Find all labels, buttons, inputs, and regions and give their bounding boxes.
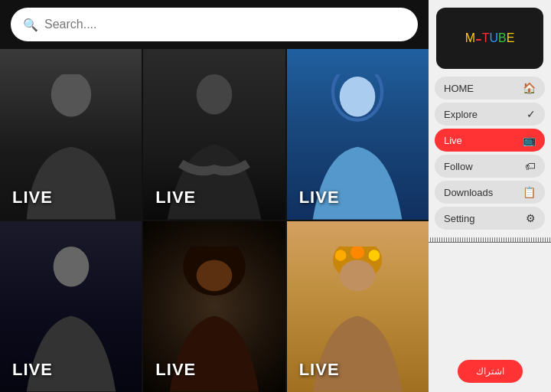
svg-point-10 <box>369 250 380 262</box>
logo-b: B <box>498 31 507 45</box>
nav-item-follow[interactable]: Follow 🏷 <box>435 155 545 178</box>
nav-live-label: Live <box>444 135 462 146</box>
live-badge-3: LIVE <box>299 188 340 207</box>
search-bar[interactable]: 🔍 <box>11 8 418 41</box>
nav-item-explore[interactable]: Explore ✓ <box>435 103 545 126</box>
live-badge-2: LIVE <box>155 188 196 207</box>
svg-point-1 <box>197 74 233 114</box>
nav-item-downloads[interactable]: Downloads 📋 <box>435 181 545 204</box>
logo-e: E <box>507 31 515 45</box>
logo-area: M - T U B E <box>436 8 543 69</box>
svg-point-0 <box>51 74 90 116</box>
nav-item-setting[interactable]: Setting ⚙ <box>435 207 545 230</box>
video-cell-4[interactable]: LIVE <box>0 221 142 392</box>
svg-point-11 <box>340 260 376 292</box>
live-badge-6: LIVE <box>299 360 340 380</box>
svg-point-8 <box>335 250 347 262</box>
nav-follow-label: Follow <box>444 161 473 172</box>
sidebar: M - T U B E HOME 🏠 Explore ✓ Live 📺 Foll… <box>429 0 551 392</box>
live-badge-4: LIVE <box>12 360 53 380</box>
explore-icon: ✓ <box>527 108 536 120</box>
video-cell-5[interactable]: LIVE <box>143 221 285 392</box>
svg-point-2 <box>340 77 376 116</box>
svg-point-6 <box>197 260 233 292</box>
svg-point-4 <box>53 247 89 286</box>
live-badge-1: LIVE <box>12 188 53 207</box>
nav-explore-label: Explore <box>444 109 478 120</box>
video-cell-6[interactable]: LIVE <box>287 221 429 392</box>
logo-dash: - <box>475 27 482 51</box>
video-cell-1[interactable]: LIVE <box>0 49 142 220</box>
search-icon: 🔍 <box>23 18 38 32</box>
follow-icon: 🏷 <box>525 160 536 172</box>
nav-menu: HOME 🏠 Explore ✓ Live 📺 Follow 🏷 Downloa… <box>429 77 551 230</box>
nav-setting-label: Setting <box>444 213 474 224</box>
live-badge-5: LIVE <box>155 360 196 380</box>
video-grid: LIVE LIVE LIVE <box>0 49 429 392</box>
live-icon: 📺 <box>523 134 536 146</box>
logo-u: U <box>489 31 498 45</box>
search-input[interactable] <box>44 18 406 31</box>
subscribe-button[interactable]: اشتراك <box>458 360 523 383</box>
home-icon: 🏠 <box>523 82 536 94</box>
downloads-icon: 📋 <box>523 186 536 198</box>
main-content: 🔍 LIVE LIVE <box>0 0 429 392</box>
video-cell-2[interactable]: LIVE <box>143 49 285 220</box>
setting-icon: ⚙ <box>526 212 536 224</box>
logo-t: T <box>482 31 490 45</box>
nav-item-live[interactable]: Live 📺 <box>435 129 545 152</box>
nav-item-home[interactable]: HOME 🏠 <box>435 77 545 100</box>
nav-home-label: HOME <box>444 83 474 94</box>
video-cell-3[interactable]: LIVE <box>287 49 429 220</box>
nav-downloads-label: Downloads <box>444 187 493 198</box>
logo-m: M <box>465 31 475 45</box>
